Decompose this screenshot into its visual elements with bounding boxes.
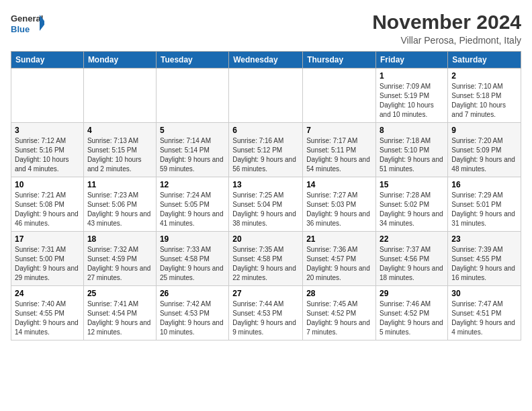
calendar-row-2: 10Sunrise: 7:21 AM Sunset: 5:08 PM Dayli… bbox=[11, 177, 521, 232]
day-number: 1 bbox=[380, 71, 444, 81]
calendar-row-0: 1Sunrise: 7:09 AM Sunset: 5:19 PM Daylig… bbox=[11, 68, 521, 123]
calendar-cell: 29Sunrise: 7:46 AM Sunset: 4:52 PM Dayli… bbox=[376, 286, 448, 340]
day-number: 16 bbox=[451, 180, 517, 189]
day-number: 15 bbox=[380, 180, 444, 189]
weekday-header-tuesday: Tuesday bbox=[156, 52, 228, 68]
day-info: Sunrise: 7:09 AM Sunset: 5:19 PM Dayligh… bbox=[380, 82, 444, 120]
day-info: Sunrise: 7:12 AM Sunset: 5:16 PM Dayligh… bbox=[15, 136, 80, 174]
day-number: 2 bbox=[451, 71, 517, 81]
day-number: 9 bbox=[451, 126, 517, 135]
day-number: 14 bbox=[306, 180, 372, 189]
calendar-cell: 21Sunrise: 7:36 AM Sunset: 4:57 PM Dayli… bbox=[303, 232, 376, 286]
day-info: Sunrise: 7:25 AM Sunset: 5:04 PM Dayligh… bbox=[232, 191, 299, 228]
calendar-cell: 25Sunrise: 7:41 AM Sunset: 4:54 PM Dayli… bbox=[83, 286, 156, 340]
weekday-header-friday: Friday bbox=[376, 52, 448, 68]
day-number: 27 bbox=[232, 289, 299, 298]
day-number: 6 bbox=[232, 126, 299, 135]
calendar-cell: 19Sunrise: 7:33 AM Sunset: 4:58 PM Dayli… bbox=[156, 232, 228, 286]
day-info: Sunrise: 7:42 AM Sunset: 4:53 PM Dayligh… bbox=[160, 300, 225, 337]
day-info: Sunrise: 7:27 AM Sunset: 5:03 PM Dayligh… bbox=[306, 191, 372, 228]
calendar-cell: 27Sunrise: 7:44 AM Sunset: 4:53 PM Dayli… bbox=[229, 286, 303, 340]
calendar-cell: 14Sunrise: 7:27 AM Sunset: 5:03 PM Dayli… bbox=[303, 177, 376, 232]
location: Villar Perosa, Piedmont, Italy bbox=[372, 35, 521, 46]
weekday-header-wednesday: Wednesday bbox=[229, 52, 303, 68]
day-info: Sunrise: 7:13 AM Sunset: 5:15 PM Dayligh… bbox=[87, 136, 152, 174]
calendar-table: SundayMondayTuesdayWednesdayThursdayFrid… bbox=[11, 51, 521, 340]
calendar-cell: 5Sunrise: 7:14 AM Sunset: 5:14 PM Daylig… bbox=[156, 123, 228, 177]
day-info: Sunrise: 7:36 AM Sunset: 4:57 PM Dayligh… bbox=[306, 245, 372, 283]
calendar-cell bbox=[156, 68, 228, 123]
logo: General Blue bbox=[11, 11, 44, 39]
calendar-cell: 11Sunrise: 7:23 AM Sunset: 5:06 PM Dayli… bbox=[83, 177, 156, 232]
day-info: Sunrise: 7:10 AM Sunset: 5:18 PM Dayligh… bbox=[451, 82, 517, 120]
calendar-row-4: 24Sunrise: 7:40 AM Sunset: 4:55 PM Dayli… bbox=[11, 286, 521, 340]
calendar-cell: 24Sunrise: 7:40 AM Sunset: 4:55 PM Dayli… bbox=[11, 286, 84, 340]
calendar-cell: 26Sunrise: 7:42 AM Sunset: 4:53 PM Dayli… bbox=[156, 286, 228, 340]
calendar-cell bbox=[229, 68, 303, 123]
day-number: 21 bbox=[306, 234, 372, 244]
month-title: November 2024 bbox=[372, 11, 521, 34]
weekday-header-monday: Monday bbox=[83, 52, 156, 68]
day-info: Sunrise: 7:20 AM Sunset: 5:09 PM Dayligh… bbox=[451, 136, 517, 174]
day-number: 3 bbox=[15, 126, 80, 135]
day-number: 26 bbox=[160, 289, 225, 298]
day-number: 29 bbox=[380, 289, 444, 298]
day-number: 23 bbox=[451, 234, 517, 244]
calendar-row-1: 3Sunrise: 7:12 AM Sunset: 5:16 PM Daylig… bbox=[11, 123, 521, 177]
day-info: Sunrise: 7:14 AM Sunset: 5:14 PM Dayligh… bbox=[160, 136, 225, 174]
day-info: Sunrise: 7:24 AM Sunset: 5:05 PM Dayligh… bbox=[160, 191, 225, 228]
header: General Blue November 2024 Villar Perosa… bbox=[11, 11, 521, 46]
calendar-cell: 2Sunrise: 7:10 AM Sunset: 5:18 PM Daylig… bbox=[448, 68, 521, 123]
weekday-header-saturday: Saturday bbox=[448, 52, 521, 68]
calendar-cell: 28Sunrise: 7:45 AM Sunset: 4:52 PM Dayli… bbox=[303, 286, 376, 340]
calendar-cell: 4Sunrise: 7:13 AM Sunset: 5:15 PM Daylig… bbox=[83, 123, 156, 177]
calendar-cell: 9Sunrise: 7:20 AM Sunset: 5:09 PM Daylig… bbox=[448, 123, 521, 177]
day-info: Sunrise: 7:33 AM Sunset: 4:58 PM Dayligh… bbox=[160, 245, 225, 283]
day-number: 25 bbox=[87, 289, 152, 298]
calendar-cell: 23Sunrise: 7:39 AM Sunset: 4:55 PM Dayli… bbox=[448, 232, 521, 286]
svg-text:Blue: Blue bbox=[11, 24, 30, 34]
calendar-cell: 30Sunrise: 7:47 AM Sunset: 4:51 PM Dayli… bbox=[448, 286, 521, 340]
day-info: Sunrise: 7:41 AM Sunset: 4:54 PM Dayligh… bbox=[87, 300, 152, 337]
calendar-cell: 12Sunrise: 7:24 AM Sunset: 5:05 PM Dayli… bbox=[156, 177, 228, 232]
day-number: 20 bbox=[232, 234, 299, 244]
day-info: Sunrise: 7:29 AM Sunset: 5:01 PM Dayligh… bbox=[451, 191, 517, 228]
calendar-cell: 7Sunrise: 7:17 AM Sunset: 5:11 PM Daylig… bbox=[303, 123, 376, 177]
day-info: Sunrise: 7:31 AM Sunset: 5:00 PM Dayligh… bbox=[15, 245, 80, 283]
calendar-row-3: 17Sunrise: 7:31 AM Sunset: 5:00 PM Dayli… bbox=[11, 232, 521, 286]
svg-text:General: General bbox=[11, 13, 43, 24]
day-number: 22 bbox=[380, 234, 444, 244]
calendar-cell: 3Sunrise: 7:12 AM Sunset: 5:16 PM Daylig… bbox=[11, 123, 84, 177]
calendar-cell: 22Sunrise: 7:37 AM Sunset: 4:56 PM Dayli… bbox=[376, 232, 448, 286]
calendar-cell: 16Sunrise: 7:29 AM Sunset: 5:01 PM Dayli… bbox=[448, 177, 521, 232]
day-number: 11 bbox=[87, 180, 152, 189]
day-number: 7 bbox=[306, 126, 372, 135]
day-info: Sunrise: 7:47 AM Sunset: 4:51 PM Dayligh… bbox=[451, 300, 517, 337]
day-number: 12 bbox=[160, 180, 225, 189]
day-info: Sunrise: 7:32 AM Sunset: 4:59 PM Dayligh… bbox=[87, 245, 152, 283]
day-info: Sunrise: 7:17 AM Sunset: 5:11 PM Dayligh… bbox=[306, 136, 372, 174]
day-number: 17 bbox=[15, 234, 80, 244]
calendar-cell: 13Sunrise: 7:25 AM Sunset: 5:04 PM Dayli… bbox=[229, 177, 303, 232]
weekday-header-row: SundayMondayTuesdayWednesdayThursdayFrid… bbox=[11, 52, 521, 68]
calendar-cell bbox=[303, 68, 376, 123]
day-info: Sunrise: 7:37 AM Sunset: 4:56 PM Dayligh… bbox=[380, 245, 444, 283]
day-info: Sunrise: 7:28 AM Sunset: 5:02 PM Dayligh… bbox=[380, 191, 444, 228]
day-info: Sunrise: 7:18 AM Sunset: 5:10 PM Dayligh… bbox=[380, 136, 444, 174]
day-number: 5 bbox=[160, 126, 225, 135]
calendar-cell: 18Sunrise: 7:32 AM Sunset: 4:59 PM Dayli… bbox=[83, 232, 156, 286]
day-info: Sunrise: 7:46 AM Sunset: 4:52 PM Dayligh… bbox=[380, 300, 444, 337]
day-number: 10 bbox=[15, 180, 80, 189]
day-number: 30 bbox=[451, 289, 517, 298]
day-info: Sunrise: 7:23 AM Sunset: 5:06 PM Dayligh… bbox=[87, 191, 152, 228]
title-area: November 2024 Villar Perosa, Piedmont, I… bbox=[372, 11, 521, 46]
calendar-cell: 20Sunrise: 7:35 AM Sunset: 4:58 PM Dayli… bbox=[229, 232, 303, 286]
calendar-cell bbox=[83, 68, 156, 123]
calendar-cell: 1Sunrise: 7:09 AM Sunset: 5:19 PM Daylig… bbox=[376, 68, 448, 123]
calendar-cell bbox=[11, 68, 84, 123]
weekday-header-thursday: Thursday bbox=[303, 52, 376, 68]
day-number: 28 bbox=[306, 289, 372, 298]
day-info: Sunrise: 7:21 AM Sunset: 5:08 PM Dayligh… bbox=[15, 191, 80, 228]
calendar-cell: 8Sunrise: 7:18 AM Sunset: 5:10 PM Daylig… bbox=[376, 123, 448, 177]
day-info: Sunrise: 7:39 AM Sunset: 4:55 PM Dayligh… bbox=[451, 245, 517, 283]
